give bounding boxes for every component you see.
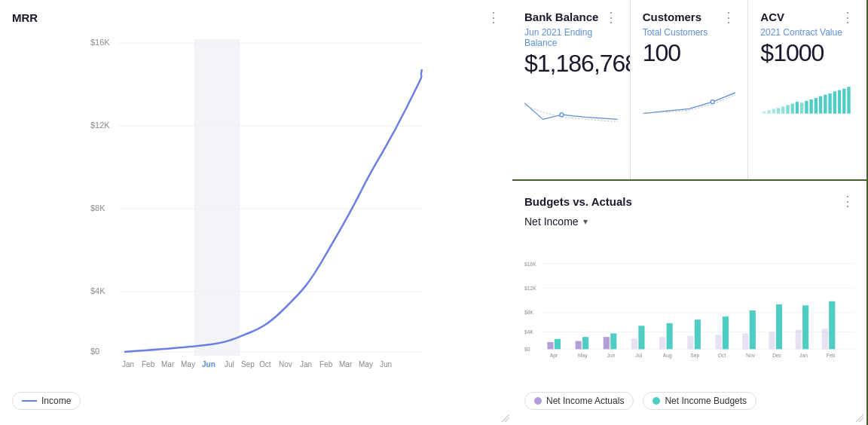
svg-text:$0: $0 xyxy=(90,347,99,356)
budgets-title: Budgets vs. Actuals xyxy=(524,195,632,208)
mrr-legend-label: Income xyxy=(41,396,71,406)
svg-text:$16K: $16K xyxy=(524,261,536,267)
customers-more-icon[interactable]: ⋮ xyxy=(722,11,735,24)
svg-rect-20 xyxy=(848,87,851,114)
svg-text:Nov: Nov xyxy=(746,353,756,358)
svg-rect-18 xyxy=(838,90,841,114)
bank-balance-more-icon[interactable]: ⋮ xyxy=(604,11,618,24)
svg-text:Jun: Jun xyxy=(380,360,392,368)
svg-rect-59 xyxy=(547,342,553,349)
bank-balance-subtitle: Jun 2021 Ending Balance xyxy=(524,27,618,48)
bank-balance-title: Bank Balance xyxy=(524,11,598,23)
svg-text:May: May xyxy=(359,360,373,368)
svg-rect-62 xyxy=(582,337,588,349)
legend-budgets: Net Income Budgets xyxy=(643,392,756,410)
svg-rect-63 xyxy=(604,337,610,349)
svg-text:$8K: $8K xyxy=(524,310,534,315)
filter-row: Net Income ▾ xyxy=(524,216,854,228)
kpi-section: Bank Balance ⋮ Jun 2021 Ending Balance $… xyxy=(512,0,868,181)
svg-rect-67 xyxy=(659,337,665,349)
svg-text:May: May xyxy=(181,360,195,368)
mrr-more-icon[interactable]: ⋮ xyxy=(487,11,500,24)
svg-rect-76 xyxy=(776,304,782,349)
mrr-legend-income: Income xyxy=(12,392,81,410)
svg-rect-3 xyxy=(768,110,771,113)
svg-rect-61 xyxy=(576,341,582,350)
svg-rect-16 xyxy=(829,93,832,114)
acv-card: ACV ⋮ 2021 Contract Value $1000 xyxy=(748,0,866,179)
svg-rect-7 xyxy=(787,105,790,113)
acv-title: ACV xyxy=(760,11,784,23)
svg-text:Nov: Nov xyxy=(279,360,292,368)
svg-rect-9 xyxy=(796,102,799,114)
resize-handle xyxy=(499,411,509,422)
svg-rect-74 xyxy=(750,310,756,349)
customers-subtitle: Total Customers xyxy=(643,27,736,38)
svg-rect-64 xyxy=(610,333,616,349)
acv-value: $1000 xyxy=(760,39,854,67)
svg-text:Jul: Jul xyxy=(225,360,234,368)
mrr-chart-area: $16K $12K $8K $4K $0 Jan Feb Mar May xyxy=(12,32,500,378)
svg-rect-14 xyxy=(819,96,822,114)
svg-rect-12 xyxy=(810,99,813,114)
svg-text:Jul: Jul xyxy=(635,353,642,358)
svg-text:Dec: Dec xyxy=(772,353,782,358)
acv-subtitle: 2021 Contract Value xyxy=(760,27,854,38)
svg-rect-69 xyxy=(687,336,693,350)
svg-text:$16K: $16K xyxy=(90,38,110,47)
svg-rect-80 xyxy=(829,301,835,350)
svg-rect-2 xyxy=(763,112,766,114)
legend-row: Net Income Actuals Net Income Budgets xyxy=(524,392,854,410)
svg-text:Feb: Feb xyxy=(142,360,155,368)
svg-rect-70 xyxy=(695,320,701,349)
svg-rect-13 xyxy=(815,98,818,114)
acv-chart xyxy=(760,73,854,126)
budgets-more-icon[interactable]: ⋮ xyxy=(841,193,854,209)
svg-text:May: May xyxy=(578,353,588,359)
svg-text:$4K: $4K xyxy=(524,329,534,335)
bank-balance-card: Bank Balance ⋮ Jun 2021 Ending Balance $… xyxy=(512,0,631,179)
svg-rect-65 xyxy=(631,338,637,349)
svg-point-0 xyxy=(560,113,564,117)
budgets-chart-area: $16K $12K $8K $4K $0 xyxy=(524,235,854,386)
svg-text:Sep: Sep xyxy=(690,353,699,359)
svg-rect-79 xyxy=(822,329,828,349)
budgets-resize-handle xyxy=(853,411,863,422)
acv-more-icon[interactable]: ⋮ xyxy=(841,11,854,24)
bank-balance-value: $1,186,768 xyxy=(524,50,618,78)
svg-rect-19 xyxy=(842,89,845,114)
svg-rect-4 xyxy=(772,109,775,113)
actuals-dot xyxy=(534,397,542,405)
svg-text:Jun: Jun xyxy=(202,360,215,368)
svg-rect-17 xyxy=(833,91,836,113)
svg-text:Oct: Oct xyxy=(259,360,271,368)
customers-card: Customers ⋮ Total Customers 100 xyxy=(631,0,749,179)
svg-text:Jan: Jan xyxy=(799,353,808,358)
svg-rect-78 xyxy=(802,305,808,349)
svg-rect-73 xyxy=(742,333,748,349)
filter-chevron-icon[interactable]: ▾ xyxy=(583,216,588,227)
budgets-label: Net Income Budgets xyxy=(665,396,747,406)
svg-rect-77 xyxy=(796,330,802,350)
svg-text:Jan: Jan xyxy=(122,360,134,368)
svg-text:$12K: $12K xyxy=(90,121,110,130)
svg-rect-60 xyxy=(555,339,561,350)
svg-rect-71 xyxy=(715,335,721,349)
svg-rect-66 xyxy=(638,326,644,349)
budgets-dot xyxy=(653,397,660,405)
svg-rect-11 xyxy=(805,101,808,114)
mrr-title: MRR xyxy=(12,11,38,24)
svg-text:Aug: Aug xyxy=(663,353,672,359)
svg-text:Oct: Oct xyxy=(718,353,726,358)
actuals-label: Net Income Actuals xyxy=(546,396,624,406)
svg-rect-15 xyxy=(824,95,827,114)
svg-point-1 xyxy=(711,100,714,104)
svg-text:Jun: Jun xyxy=(607,353,616,358)
customers-value: 100 xyxy=(643,39,736,67)
svg-text:$0: $0 xyxy=(524,347,530,352)
svg-text:$8K: $8K xyxy=(90,203,105,212)
svg-rect-68 xyxy=(667,323,673,349)
customers-chart xyxy=(643,73,736,126)
svg-rect-8 xyxy=(791,104,794,114)
dashboard: Bank Balance ⋮ Jun 2021 Ending Balance $… xyxy=(0,0,868,425)
